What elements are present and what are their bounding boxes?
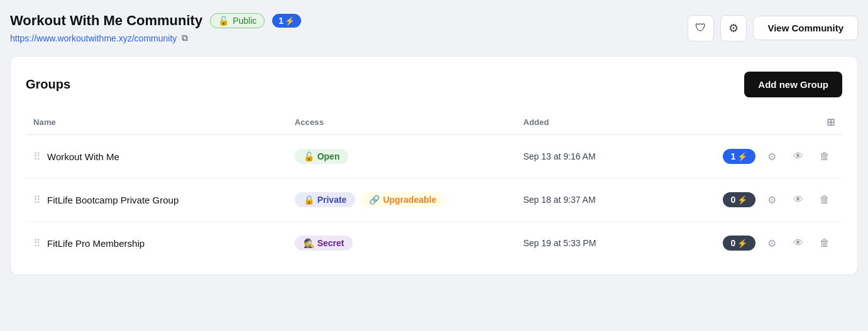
row-actions-cell: 0 ⚡ ⚙ 👁 🗑 — [695, 222, 842, 265]
community-url: https://www.workoutwithme.xyz/community — [10, 33, 177, 43]
added-date: Sep 13 at 9:16 AM — [523, 151, 595, 161]
drag-handle-icon[interactable]: ⠿ — [33, 237, 41, 249]
title-row: Workout With Me Community 🔓 Public 1 ⚡ — [10, 13, 301, 29]
copy-icon[interactable]: ⧉ — [182, 33, 188, 43]
view-community-button[interactable]: View Community — [753, 16, 858, 40]
add-group-button[interactable]: Add new Group — [744, 72, 842, 97]
lock-open-icon: 🔓 — [304, 151, 314, 161]
member-count-badge: 1 ⚡ — [723, 149, 755, 164]
member-count-badge: 0 ⚡ — [723, 192, 755, 207]
row-name-cell: ⠿ Workout With Me — [26, 135, 287, 178]
shield-button[interactable]: 🛡 — [688, 15, 714, 41]
lightning-icon: ⚡ — [737, 152, 747, 161]
table-row: ⠿ FitLife Pro Membership 🕵 SecretSep 19 … — [26, 222, 842, 265]
count-number: 1 — [731, 151, 736, 161]
added-date: Sep 19 at 5:33 PM — [523, 238, 596, 248]
col-header-name: Name — [26, 110, 287, 135]
community-title: Workout With Me Community — [10, 13, 202, 29]
count-number: 0 — [731, 195, 736, 205]
delete-icon-button[interactable]: 🗑 — [815, 190, 835, 210]
lock-open-icon: 🔓 — [218, 16, 229, 26]
row-name-cell: ⠿ FitLife Bootcamp Private Group — [26, 178, 287, 222]
row-added-cell: Sep 18 at 9:37 AM — [515, 178, 695, 222]
added-date: Sep 18 at 9:37 AM — [523, 195, 595, 205]
access-badge-open: 🔓 Open — [295, 149, 349, 164]
lightning-icon: ⚡ — [737, 239, 747, 248]
settings-icon-button[interactable]: ⚙ — [762, 146, 782, 166]
view-icon-button[interactable]: 👁 — [788, 190, 808, 210]
settings-icon-button[interactable]: ⚙ — [762, 233, 782, 253]
row-access-cell: 🔒 Private🔗 Upgradeable — [287, 178, 516, 222]
row-actions-cell: 1 ⚡ ⚙ 👁 🗑 — [695, 135, 842, 178]
groups-card: Groups Add new Group Name Access Added ⊞ — [10, 56, 858, 275]
row-access-cell: 🔓 Open — [287, 135, 516, 178]
columns-icon: ⊞ — [827, 116, 835, 128]
table-body: ⠿ Workout With Me 🔓 OpenSep 13 at 9:16 A… — [26, 135, 842, 265]
header-actions: 🛡 ⚙ View Community — [688, 15, 858, 41]
link-icon: 🔗 — [369, 195, 380, 205]
delete-icon-button[interactable]: 🗑 — [815, 233, 835, 253]
count-number: 0 — [731, 238, 736, 248]
page-header: Workout With Me Community 🔓 Public 1 ⚡ h… — [10, 10, 858, 46]
upgradeable-badge: 🔗 Upgradeable — [360, 192, 445, 207]
table-header: Name Access Added ⊞ — [26, 110, 842, 135]
delete-icon-button[interactable]: 🗑 — [815, 146, 835, 166]
col-header-added: Added — [515, 110, 695, 135]
group-name: FitLife Pro Membership — [47, 238, 145, 249]
group-name: Workout With Me — [47, 151, 119, 162]
table-row: ⠿ FitLife Bootcamp Private Group 🔒 Priva… — [26, 178, 842, 222]
col-header-access: Access — [287, 110, 516, 135]
access-badge-secret: 🕵 Secret — [295, 236, 353, 251]
view-icon-button[interactable]: 👁 — [788, 146, 808, 166]
table-row: ⠿ Workout With Me 🔓 OpenSep 13 at 9:16 A… — [26, 135, 842, 178]
lightning-icon: ⚡ — [737, 195, 747, 205]
member-count-badge: 1 ⚡ — [272, 14, 301, 28]
row-access-cell: 🕵 Secret — [287, 222, 516, 265]
member-count-badge: 0 ⚡ — [723, 236, 755, 251]
url-row: https://www.workoutwithme.xyz/community … — [10, 33, 301, 43]
secret-icon: 🕵 — [304, 238, 314, 248]
row-actions-cell: 0 ⚡ ⚙ 👁 🗑 — [695, 178, 842, 222]
col-header-actions: ⊞ — [695, 110, 842, 135]
lock-icon: 🔒 — [304, 195, 314, 205]
drag-handle-icon[interactable]: ⠿ — [33, 194, 41, 206]
view-icon-button[interactable]: 👁 — [788, 233, 808, 253]
settings-icon-button[interactable]: ⚙ — [762, 190, 782, 210]
card-header: Groups Add new Group — [26, 72, 842, 97]
row-added-cell: Sep 13 at 9:16 AM — [515, 135, 695, 178]
visibility-badge: 🔓 Public — [210, 13, 265, 28]
settings-button[interactable]: ⚙ — [720, 15, 747, 41]
access-badge-private: 🔒 Private — [295, 192, 356, 207]
groups-table: Name Access Added ⊞ ⠿ Workout With Me 🔓 … — [26, 110, 842, 264]
drag-handle-icon[interactable]: ⠿ — [33, 151, 41, 163]
row-added-cell: Sep 19 at 5:33 PM — [515, 222, 695, 265]
groups-title: Groups — [26, 77, 70, 92]
header-left: Workout With Me Community 🔓 Public 1 ⚡ h… — [10, 13, 301, 43]
lightning-icon: ⚡ — [285, 16, 295, 26]
group-name: FitLife Bootcamp Private Group — [47, 195, 179, 205]
row-name-cell: ⠿ FitLife Pro Membership — [26, 222, 287, 265]
